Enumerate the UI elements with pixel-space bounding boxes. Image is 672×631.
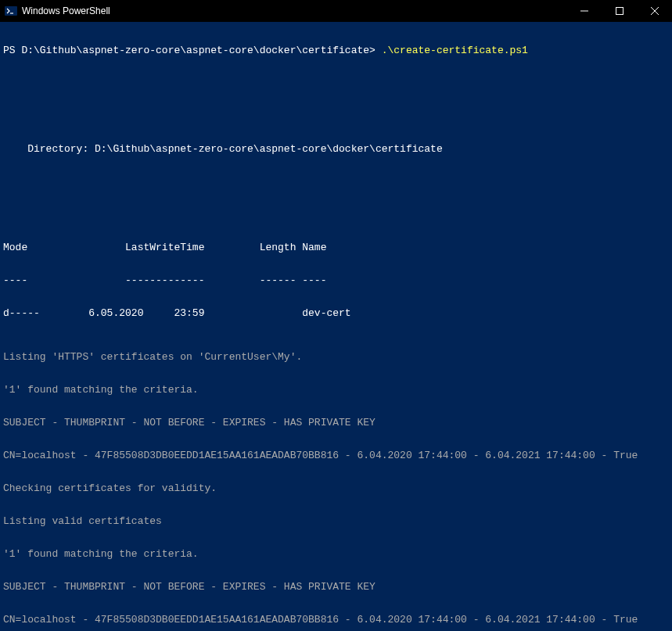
- svg-rect-3: [616, 8, 623, 15]
- output-line: Listing valid certificates: [3, 516, 669, 527]
- close-button[interactable]: [637, 0, 672, 22]
- minimize-button[interactable]: [566, 0, 602, 22]
- table-header: Mode LastWriteTime Length Name: [3, 242, 669, 253]
- maximize-button[interactable]: [602, 0, 637, 22]
- output-line: SUBJECT - THUMBPRINT - NOT BEFORE - EXPI…: [3, 582, 669, 593]
- output-line: Listing 'HTTPS' certificates on 'Current…: [3, 352, 669, 363]
- powershell-icon: [5, 5, 17, 17]
- prompt-ps: PS: [3, 45, 21, 56]
- output-line: CN=localhost - 47F85508D3DB0EEDD1AE15AA1…: [3, 450, 669, 461]
- directory-header: Directory: D:\Github\aspnet-zero-core\as…: [3, 144, 669, 155]
- command-text: .\create-certificate.ps1: [376, 45, 528, 56]
- output-line: SUBJECT - THUMBPRINT - NOT BEFORE - EXPI…: [3, 418, 669, 428]
- output-line: '1' found matching the criteria.: [3, 549, 669, 560]
- window-title: Windows PowerShell: [22, 5, 566, 16]
- output-line: Checking certificates for validity.: [3, 483, 669, 494]
- table-divider: ---- ------------- ------ ----: [3, 275, 669, 286]
- output-line: CN=localhost - 47F85508D3DB0EEDD1AE15AA1…: [3, 615, 669, 626]
- window-controls: [566, 0, 672, 22]
- table-row: d----- 6.05.2020 23:59 dev-cert: [3, 308, 669, 319]
- prompt-line: PS D:\Github\aspnet-zero-core\aspnet-cor…: [3, 45, 669, 56]
- terminal-output[interactable]: PS D:\Github\aspnet-zero-core\aspnet-cor…: [0, 22, 672, 631]
- prompt-path: D:\Github\aspnet-zero-core\aspnet-core\d…: [21, 45, 375, 56]
- output-line: '1' found matching the criteria.: [3, 385, 669, 396]
- svg-rect-0: [5, 6, 17, 16]
- window-titlebar: Windows PowerShell: [0, 0, 672, 22]
